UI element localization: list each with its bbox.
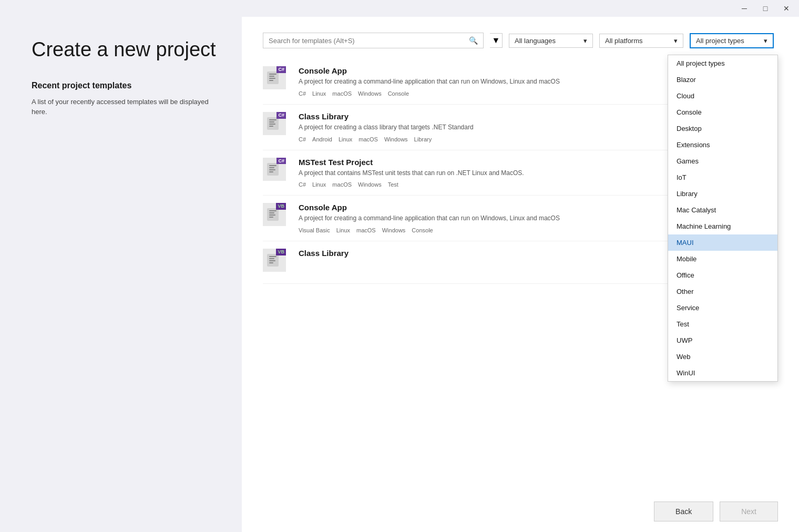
tag: Test [388, 181, 398, 188]
tag: Windows [358, 181, 382, 188]
page-title: Create a new project [32, 38, 221, 62]
dropdown-item[interactable]: MAUI [668, 234, 777, 251]
search-box: 🔍 [263, 33, 484, 48]
dropdown-item[interactable]: Cloud [668, 88, 777, 104]
dropdown-item[interactable]: Desktop [668, 120, 777, 137]
left-panel: Create a new project Recent project temp… [0, 17, 242, 532]
dropdown-item[interactable]: Office [668, 267, 777, 283]
search-icon: 🔍 [469, 36, 478, 45]
icon-bg: C# [263, 158, 286, 181]
svg-rect-3 [269, 78, 275, 79]
dropdown-item[interactable]: Console [668, 104, 777, 120]
svg-rect-14 [269, 171, 273, 172]
tag: Console [412, 227, 433, 233]
dropdown-item[interactable]: Service [668, 300, 777, 316]
project-type-dropdown-icon: ▾ [764, 37, 767, 45]
tag: Linux [312, 90, 326, 97]
project-type-dropdown-menu: All project typesBlazorCloudConsoleDeskt… [668, 55, 778, 382]
close-button[interactable]: ✕ [780, 4, 793, 13]
lang-badge: C# [276, 66, 286, 73]
search-filter-row: 🔍 ▼ All languages ▾ All platforms ▾ All … [263, 33, 778, 48]
template-icon: C# [263, 112, 290, 139]
maximize-button[interactable]: □ [759, 4, 772, 13]
icon-bg: VB [263, 249, 286, 272]
recent-templates-title: Recent project templates [32, 81, 221, 90]
recent-templates-desc: A list of your recently accessed templat… [32, 97, 221, 117]
dropdown-item[interactable]: Mobile [668, 251, 777, 267]
dropdown-item[interactable]: Test [668, 316, 777, 332]
svg-rect-17 [269, 212, 274, 213]
platform-dropdown-icon: ▾ [674, 37, 678, 45]
search-input[interactable] [269, 37, 469, 45]
dropdown-item[interactable]: Web [668, 349, 777, 365]
template-icon: VB [263, 249, 290, 276]
tag: Windows [384, 136, 408, 142]
dropdown-item[interactable]: WinUI [668, 365, 777, 381]
dropdown-item[interactable]: Machine Learning [668, 218, 777, 234]
lang-badge: C# [276, 112, 286, 119]
language-filter-label: All languages [515, 37, 556, 45]
tag: Windows [358, 90, 382, 97]
tag: Windows [382, 227, 406, 233]
project-type-filter-dropdown[interactable]: All project types ▾ [690, 33, 774, 48]
tag: C# [299, 136, 306, 142]
svg-rect-11 [269, 165, 276, 166]
svg-rect-1 [269, 74, 276, 75]
svg-rect-22 [269, 258, 274, 259]
tag: Android [312, 136, 332, 142]
tag: macOS [332, 181, 352, 188]
dropdown-item[interactable]: UWP [668, 332, 777, 349]
template-icon: C# [263, 158, 290, 185]
dropdown-item[interactable]: All project types [668, 55, 777, 71]
platform-filter-label: All platforms [605, 37, 643, 45]
svg-rect-2 [269, 76, 274, 77]
dropdown-item[interactable]: Extensions [668, 137, 777, 153]
svg-rect-18 [269, 214, 275, 216]
template-icon: C# [263, 66, 290, 94]
dropdown-item[interactable]: Library [668, 186, 777, 202]
svg-rect-21 [269, 256, 276, 257]
tag: Console [388, 90, 409, 97]
svg-rect-24 [269, 262, 273, 263]
tag: macOS [358, 136, 378, 142]
platform-filter-dropdown[interactable]: All platforms ▾ [599, 34, 683, 48]
svg-rect-13 [269, 169, 275, 170]
tag: Linux [339, 136, 352, 142]
icon-bg: VB [263, 203, 286, 226]
tag: C# [299, 181, 306, 188]
svg-rect-7 [269, 121, 274, 122]
tag: Linux [336, 227, 350, 233]
dropdown-item[interactable]: Games [668, 153, 777, 169]
minimize-button[interactable]: ─ [738, 4, 751, 13]
icon-bg: C# [263, 112, 286, 135]
svg-rect-16 [269, 210, 276, 211]
project-type-filter-label: All project types [696, 37, 744, 45]
svg-rect-4 [269, 80, 273, 81]
dropdown-item[interactable]: Blazor [668, 71, 777, 88]
tag: macOS [332, 90, 352, 97]
lang-badge: VB [276, 249, 286, 255]
template-icon: VB [263, 203, 290, 230]
main-content: Create a new project Recent project temp… [0, 17, 799, 532]
svg-rect-23 [269, 260, 275, 261]
svg-rect-9 [269, 126, 273, 127]
svg-rect-8 [269, 124, 275, 125]
back-button[interactable]: Back [654, 502, 713, 521]
tag: macOS [356, 227, 376, 233]
next-button[interactable]: Next [720, 502, 778, 521]
lang-badge: C# [276, 158, 286, 165]
svg-rect-6 [269, 119, 276, 120]
language-filter-dropdown[interactable]: All languages ▾ [509, 34, 593, 48]
tag: Library [414, 136, 432, 142]
svg-rect-19 [269, 217, 273, 218]
dropdown-item[interactable]: IoT [668, 169, 777, 186]
title-bar: ─ □ ✕ [0, 0, 799, 17]
icon-bg: C# [263, 66, 286, 89]
search-dropdown-button[interactable]: ▼ [490, 33, 503, 48]
footer-row: Back Next [263, 493, 778, 521]
dropdown-item[interactable]: Mac Catalyst [668, 202, 777, 218]
dropdown-item[interactable]: Other [668, 283, 777, 300]
tag: Visual Basic [299, 227, 330, 233]
svg-rect-12 [269, 167, 274, 168]
language-dropdown-icon: ▾ [583, 37, 587, 45]
